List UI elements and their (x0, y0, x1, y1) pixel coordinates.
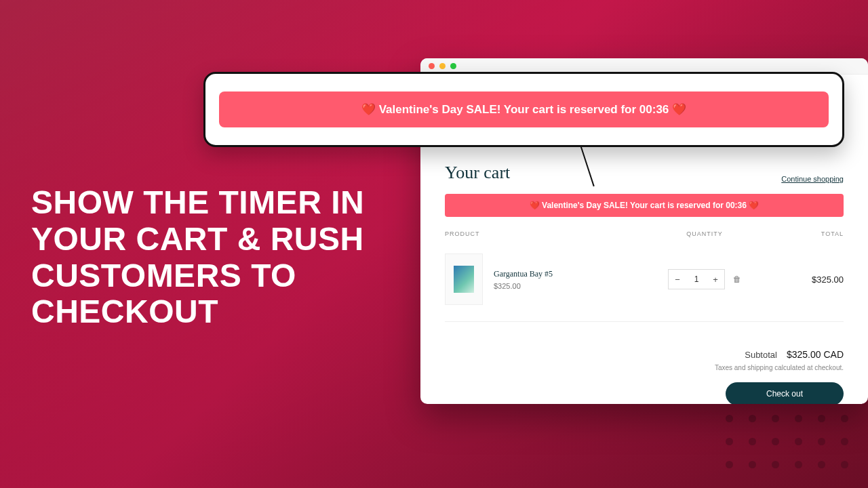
product-thumbnail[interactable] (445, 253, 483, 305)
col-quantity: QUANTITY (647, 230, 762, 237)
col-total: TOTAL (762, 230, 844, 237)
cart-summary: Subtotal $325.00 CAD Taxes and shipping … (445, 349, 844, 371)
cart-timer-banner: ❤️ Valentine's Day SALE! Your cart is re… (445, 194, 844, 217)
cart-column-headers: PRODUCT QUANTITY TOTAL (445, 230, 844, 241)
quantity-stepper: − 1 + (668, 269, 725, 289)
window-minimize-icon (439, 63, 446, 69)
trash-icon: 🗑 (733, 274, 741, 284)
subtotal-amount: $325.00 CAD (787, 349, 844, 360)
cart-line-item: Gargantua Bay #5 $325.00 − 1 + 🗑 $325.00 (445, 241, 844, 322)
col-product: PRODUCT (445, 230, 647, 237)
qty-value: 1 (686, 274, 707, 284)
product-image (454, 266, 474, 293)
cart-title: Your cart (445, 163, 510, 183)
timer-callout-card: ❤️ Valentine's Day SALE! Your cart is re… (203, 72, 844, 147)
continue-shopping-link[interactable]: Continue shopping (781, 175, 844, 183)
marketing-headline: SHOW THE TIMER IN YOUR CART & RUSH CUSTO… (31, 184, 411, 330)
subtotal-label: Subtotal (745, 350, 777, 360)
product-unit-price: $325.00 (494, 282, 553, 290)
timer-callout-banner: ❤️ Valentine's Day SALE! Your cart is re… (219, 92, 829, 127)
window-close-icon (429, 63, 435, 69)
product-name[interactable]: Gargantua Bay #5 (494, 269, 553, 279)
window-maximize-icon (450, 63, 456, 69)
qty-decrement-button[interactable]: − (669, 270, 686, 289)
decorative-dots (726, 415, 856, 476)
tax-shipping-note: Taxes and shipping calculated at checkou… (445, 364, 844, 371)
checkout-button[interactable]: Check out (726, 382, 844, 404)
qty-increment-button[interactable]: + (707, 270, 724, 289)
remove-item-button[interactable]: 🗑 (733, 274, 741, 284)
line-total: $325.00 (762, 274, 844, 285)
